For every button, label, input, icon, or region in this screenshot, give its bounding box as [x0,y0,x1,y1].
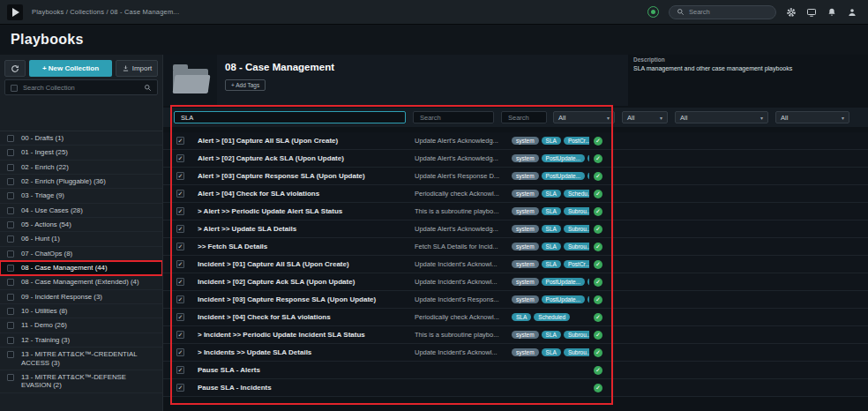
import-button[interactable]: Import [116,60,158,77]
name-filter-input[interactable] [174,111,406,123]
app-logo-icon[interactable] [7,4,23,20]
collection-checkbox[interactable] [7,337,14,344]
collection-checkbox[interactable] [7,322,14,329]
collection-checkbox[interactable] [7,279,14,286]
playbook-row[interactable]: ✓ > Alert >> Periodic Update Alert SLA S… [163,203,868,220]
playbook-row[interactable]: ✓ >> Fetch SLA Details Fetch SLA Details… [163,238,868,256]
row-checkbox[interactable]: ✓ [176,348,184,356]
row-checkbox[interactable]: ✓ [176,243,184,250]
collection-item[interactable]: 08 - Case Management (44) [0,261,162,275]
playbook-name[interactable]: > Incident >> Periodic Update Incident S… [198,331,415,339]
collection-checkbox[interactable] [7,294,14,301]
playbook-row[interactable]: ✓ Incident > [01] Capture All SLA (Upon … [163,256,868,273]
filter-dropdown[interactable]: All▾ [675,111,768,123]
collection-item[interactable]: 08 - Case Management (Extended) (4) [0,275,162,289]
playbook-row[interactable]: ✓ Alert > [03] Capture Response SLA (Upo… [163,168,868,185]
playbook-name[interactable]: Alert > [02] Capture Ack SLA (Upon Updat… [198,154,415,162]
collection-checkbox[interactable] [7,192,14,199]
collection-checkbox[interactable] [7,265,14,272]
row-checkbox[interactable]: ✓ [176,225,184,233]
collection-checkbox[interactable] [7,178,14,185]
global-search[interactable]: Search [669,5,776,19]
row-checkbox[interactable]: ✓ [176,260,184,268]
collection-item[interactable]: 06 - Hunt (1) [0,232,162,246]
collection-item[interactable]: 01 - Ingest (25) [0,146,162,160]
row-checkbox[interactable]: ✓ [176,313,184,321]
tags-filter-input[interactable] [501,111,547,123]
collection-item[interactable]: 00 - Drafts (1) [0,131,162,146]
gear-icon[interactable] [786,7,797,18]
collection-item[interactable]: 03 - Triage (9) [0,189,162,203]
collection-checkbox[interactable] [7,351,14,358]
playbook-name[interactable]: > Alert >> Update SLA Details [198,225,415,233]
collection-checkbox[interactable] [7,374,14,381]
playbook-row[interactable]: ✓ Alert > [04] Check for SLA violations … [163,185,868,203]
collection-checkbox[interactable] [7,149,14,156]
playbook-name[interactable]: > Alert >> Periodic Update Alert SLA Sta… [198,207,415,215]
collection-item[interactable]: 09 - Incident Response (3) [0,290,162,304]
collection-checkbox[interactable] [7,164,14,171]
collection-search-input[interactable] [23,84,138,92]
playbook-name[interactable]: Incident > [01] Capture All SLA (Upon Cr… [198,260,415,268]
row-checkbox[interactable]: ✓ [176,137,184,145]
filter-dropdown[interactable]: All▾ [553,111,615,123]
description-filter-input[interactable] [413,111,494,123]
filter-dropdown[interactable]: All▾ [775,111,849,123]
playbook-row[interactable]: ✓ Pause SLA - Incidents ✓ [163,379,868,397]
playbook-row[interactable]: ✓ > Alert >> Update SLA Details Update A… [163,220,868,238]
health-status-icon[interactable] [647,6,659,18]
row-checkbox[interactable]: ✓ [176,384,184,392]
row-checkbox[interactable]: ✓ [176,207,184,215]
collection-checkbox[interactable] [7,235,14,243]
row-checkbox[interactable]: ✓ [176,190,184,198]
row-checkbox[interactable]: ✓ [176,154,184,162]
playbook-name[interactable]: Alert > [04] Check for SLA violations [198,190,415,198]
collection-item[interactable]: 11 - Demo (26) [0,318,162,333]
collection-checkbox[interactable] [7,250,14,258]
row-checkbox[interactable]: ✓ [176,366,184,374]
playbook-row[interactable]: ✓ Incident > [02] Capture Ack SLA (Upon … [163,273,868,291]
playbook-row[interactable]: ✓ Incident > [04] Check for SLA violatio… [163,309,868,326]
playbook-name[interactable]: Incident > [04] Check for SLA violations [198,313,415,321]
row-checkbox[interactable]: ✓ [176,295,184,303]
refresh-button[interactable] [4,60,26,77]
select-all-collections-checkbox[interactable] [11,85,18,92]
breadcrumb[interactable]: Playbooks / Collections / 08 - Case Mana… [32,8,179,16]
row-checkbox[interactable]: ✓ [176,278,184,286]
collection-checkbox[interactable] [7,135,14,142]
playbook-name[interactable]: >> Fetch SLA Details [198,243,415,250]
collection-item[interactable]: 02 - Enrich (22) [0,161,162,175]
bell-icon[interactable] [827,7,837,18]
playbook-name[interactable]: Incident > [02] Capture Ack SLA (Upon Up… [198,278,415,286]
monitor-icon[interactable] [806,7,817,18]
collection-item[interactable]: 07 - ChatOps (8) [0,247,162,261]
collection-item[interactable]: 13 - MITRE ATT&CK™-DEFENSE EVASION (2) [0,370,162,393]
collection-checkbox[interactable] [7,207,14,214]
playbook-name[interactable]: Incident > [03] Capture Response SLA (Up… [198,295,415,303]
collection-item[interactable]: 10 - Utilities (8) [0,304,162,318]
new-collection-button[interactable]: + New Collection [29,60,112,77]
playbook-name[interactable]: Alert > [03] Capture Response SLA (Upon … [198,172,415,180]
playbook-row[interactable]: ✓ > Incident >> Periodic Update Incident… [163,326,868,344]
playbook-row[interactable]: ✓ Alert > [01] Capture All SLA (Upon Cre… [163,132,868,150]
collection-item[interactable]: 04 - Use Cases (28) [0,204,162,218]
playbook-row[interactable]: ✓ Pause SLA - Alerts ✓ [163,362,868,379]
collection-item[interactable]: 12 - Training (3) [0,333,162,347]
filter-dropdown[interactable]: All▾ [622,111,668,123]
collection-item[interactable]: 05 - Actions (54) [0,218,162,232]
add-tags-button[interactable]: + Add Tags [225,79,266,91]
playbook-name[interactable]: > Incidents >> Update SLA Details [198,348,415,356]
playbook-row[interactable]: ✓ Alert > [02] Capture Ack SLA (Upon Upd… [163,150,868,168]
collection-item[interactable]: 13 - MITRE ATT&CK™-CREDENTIAL ACCESS (3) [0,347,162,370]
playbook-name[interactable]: Pause SLA - Alerts [198,366,415,374]
collection-checkbox[interactable] [7,308,14,315]
playbook-name[interactable]: Alert > [01] Capture All SLA (Upon Creat… [198,137,415,145]
row-checkbox[interactable]: ✓ [176,172,184,180]
playbook-row[interactable]: ✓ Incident > [03] Capture Response SLA (… [163,291,868,309]
row-checkbox[interactable]: ✓ [176,331,184,339]
playbook-name[interactable]: Pause SLA - Incidents [198,384,415,392]
playbook-row[interactable]: ✓ > Incidents >> Update SLA Details Upda… [163,344,868,362]
collection-item[interactable]: 02 - Enrich (Pluggable) (36) [0,175,162,189]
collection-checkbox[interactable] [7,221,14,228]
user-icon[interactable] [847,7,857,18]
